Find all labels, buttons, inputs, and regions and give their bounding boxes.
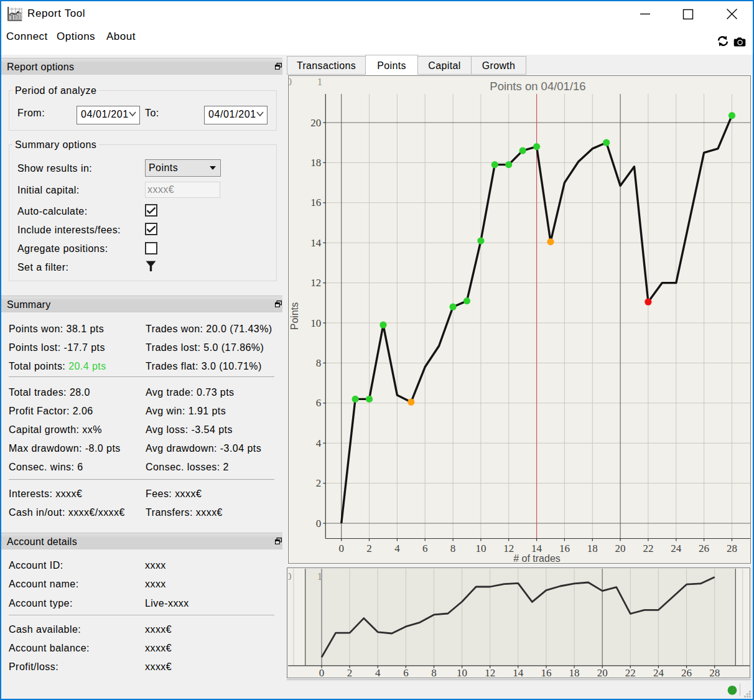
svg-text:10: 10 xyxy=(310,317,321,329)
svg-text:22: 22 xyxy=(625,667,636,679)
svg-text:4: 4 xyxy=(394,543,400,554)
svg-text:4: 4 xyxy=(316,437,322,449)
svg-text:14: 14 xyxy=(531,543,542,554)
svg-text:14: 14 xyxy=(310,237,322,249)
svg-text:20: 20 xyxy=(597,667,608,679)
svg-text:0: 0 xyxy=(316,518,322,530)
svg-text:12: 12 xyxy=(485,667,495,679)
svg-text:22: 22 xyxy=(643,543,653,554)
svg-text:10: 10 xyxy=(457,667,467,679)
svg-text:1: 1 xyxy=(317,571,322,582)
svg-text:6: 6 xyxy=(403,667,409,679)
svg-text:12: 12 xyxy=(503,543,514,554)
svg-text:0: 0 xyxy=(319,667,325,679)
svg-text:28: 28 xyxy=(727,543,737,554)
svg-text:0: 0 xyxy=(338,543,344,554)
svg-text:24: 24 xyxy=(671,543,682,554)
svg-text:18: 18 xyxy=(569,667,580,679)
svg-text:8: 8 xyxy=(450,543,456,554)
svg-text:2: 2 xyxy=(366,543,372,554)
svg-text:26: 26 xyxy=(681,667,692,679)
svg-text:6: 6 xyxy=(316,397,322,409)
svg-text:1: 1 xyxy=(317,77,322,87)
svg-text:18: 18 xyxy=(587,543,598,554)
svg-text:16: 16 xyxy=(310,197,321,208)
svg-text:16: 16 xyxy=(541,667,552,679)
svg-text:26: 26 xyxy=(699,543,709,554)
svg-text:20: 20 xyxy=(310,117,321,129)
svg-text:# of trades: # of trades xyxy=(513,553,561,564)
svg-text:14: 14 xyxy=(513,667,524,679)
svg-text:24: 24 xyxy=(653,667,664,679)
svg-text:28: 28 xyxy=(709,667,720,679)
svg-text:8: 8 xyxy=(431,667,437,679)
svg-text:2: 2 xyxy=(316,477,322,489)
svg-text:Points on 04/01/16: Points on 04/01/16 xyxy=(490,80,585,93)
svg-text:2: 2 xyxy=(347,667,353,679)
svg-text:4: 4 xyxy=(375,667,381,679)
svg-text:20: 20 xyxy=(615,543,626,554)
svg-text:10: 10 xyxy=(475,543,486,554)
svg-text:8: 8 xyxy=(316,357,322,369)
svg-text:Points: Points xyxy=(289,302,300,330)
svg-text:12: 12 xyxy=(310,277,321,289)
svg-text:16: 16 xyxy=(559,543,570,554)
svg-text:6: 6 xyxy=(422,543,428,554)
svg-text:18: 18 xyxy=(310,157,321,169)
